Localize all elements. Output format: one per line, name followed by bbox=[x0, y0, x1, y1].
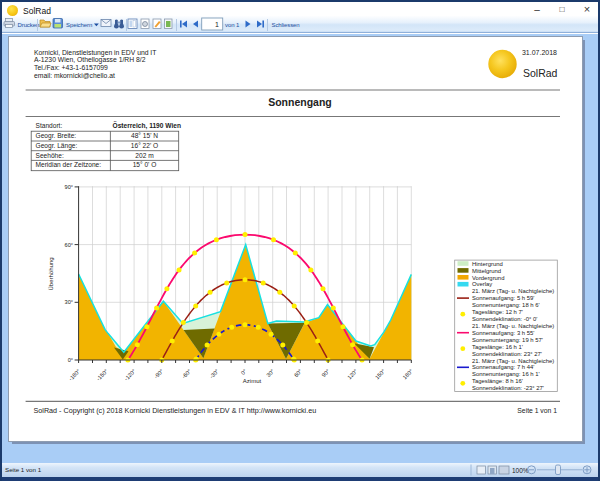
svg-text:90°: 90° bbox=[321, 368, 331, 378]
svg-text:150°: 150° bbox=[374, 368, 386, 380]
svg-text:90°: 90° bbox=[65, 184, 73, 190]
svg-text:email: mkornicki@chello.at: email: mkornicki@chello.at bbox=[34, 72, 115, 79]
svg-text:15° 0' O: 15° 0' O bbox=[133, 161, 157, 168]
svg-text:Overlay: Overlay bbox=[472, 281, 492, 287]
svg-text:Sonnenaufgang: 5 h 59': Sonnenaufgang: 5 h 59' bbox=[472, 295, 534, 301]
svg-text:SolRad - Copyright (c) 2018 Ko: SolRad - Copyright (c) 2018 Kornicki Die… bbox=[34, 406, 317, 415]
svg-text:Mittelgrund: Mittelgrund bbox=[472, 268, 501, 274]
svg-text:Standort:: Standort: bbox=[36, 122, 63, 129]
svg-text:31.07.2018: 31.07.2018 bbox=[522, 49, 557, 56]
svg-text:Seehöhe:: Seehöhe: bbox=[36, 152, 64, 159]
svg-text:21. März (Tag- u. Nachtgleiche: 21. März (Tag- u. Nachtgleiche) bbox=[472, 323, 554, 329]
svg-text:100%: 100% bbox=[512, 467, 529, 474]
svg-text:Kornicki, Dienstleistungen in: Kornicki, Dienstleistungen in EDV und IT bbox=[34, 49, 156, 57]
svg-text:-120°: -120° bbox=[123, 368, 137, 382]
svg-text:Seite 1 von 1: Seite 1 von 1 bbox=[5, 466, 42, 473]
svg-text:Tageslänge: 12 h 7': Tageslänge: 12 h 7' bbox=[472, 309, 523, 315]
svg-text:Überhöhung: Überhöhung bbox=[48, 257, 54, 290]
svg-text:21. März (Tag- u. Nachtgleiche: 21. März (Tag- u. Nachtgleiche) bbox=[472, 288, 554, 294]
svg-text:Sonnenuntergang: 19 h 57': Sonnenuntergang: 19 h 57' bbox=[472, 337, 543, 343]
svg-text:-30°: -30° bbox=[208, 368, 220, 380]
svg-text:0°: 0° bbox=[240, 368, 248, 376]
svg-text:30°: 30° bbox=[65, 299, 73, 305]
svg-text:60°: 60° bbox=[65, 242, 73, 248]
svg-text:Hintergrund: Hintergrund bbox=[472, 261, 503, 267]
svg-text:SolRad: SolRad bbox=[523, 67, 558, 79]
svg-text:Sonnenuntergang: 18 h 6': Sonnenuntergang: 18 h 6' bbox=[472, 302, 540, 308]
svg-text:Sonnendeklination: -23° 27': Sonnendeklination: -23° 27' bbox=[472, 385, 544, 391]
svg-text:60°: 60° bbox=[293, 368, 303, 378]
svg-text:180°: 180° bbox=[402, 368, 414, 380]
svg-text:Tageslänge: 16 h 1': Tageslänge: 16 h 1' bbox=[472, 344, 523, 350]
svg-text:Tageslänge: 8 h 16': Tageslänge: 8 h 16' bbox=[472, 378, 523, 384]
svg-text:30°: 30° bbox=[265, 368, 275, 378]
svg-text:Azimut: Azimut bbox=[243, 378, 262, 384]
svg-text:120°: 120° bbox=[346, 368, 358, 380]
svg-text:Sonnenaufgang: 7 h 44': Sonnenaufgang: 7 h 44' bbox=[472, 364, 534, 370]
svg-text:-180°: -180° bbox=[68, 368, 82, 382]
svg-text:A-1230 Wien, Othellogasse 1/RH: A-1230 Wien, Othellogasse 1/RH 8/2 bbox=[34, 56, 146, 64]
svg-text:48° 15' N: 48° 15' N bbox=[131, 132, 158, 139]
svg-text:16° 22' O: 16° 22' O bbox=[131, 142, 158, 149]
svg-text:Geogr. Länge:: Geogr. Länge: bbox=[36, 142, 78, 150]
svg-text:-90°: -90° bbox=[153, 368, 165, 380]
svg-text:Sonnenuntergang: 16 h 1': Sonnenuntergang: 16 h 1' bbox=[472, 371, 540, 377]
svg-text:Seite 1 von 1: Seite 1 von 1 bbox=[517, 407, 557, 414]
svg-text:-150°: -150° bbox=[95, 368, 109, 382]
svg-text:Geogr. Breite:: Geogr. Breite: bbox=[36, 132, 77, 140]
svg-text:21. März (Tag- u. Nachtgleiche: 21. März (Tag- u. Nachtgleiche) bbox=[472, 358, 554, 364]
svg-text:Sonnenaufgang: 3 h 55': Sonnenaufgang: 3 h 55' bbox=[472, 330, 534, 336]
svg-text:Vordergrund: Vordergrund bbox=[472, 275, 504, 281]
svg-text:Sonnendeklination: -0° 0': Sonnendeklination: -0° 0' bbox=[472, 316, 537, 322]
svg-text:Meridian der Zeitzone:: Meridian der Zeitzone: bbox=[36, 161, 102, 168]
svg-text:0°: 0° bbox=[68, 357, 73, 363]
svg-text:202 m: 202 m bbox=[135, 152, 154, 159]
svg-text:Sonnengang: Sonnengang bbox=[268, 96, 332, 108]
svg-text:Sonnendeklination: 23° 27': Sonnendeklination: 23° 27' bbox=[472, 351, 542, 357]
svg-text:Tel./Fax: +43-1-6157099: Tel./Fax: +43-1-6157099 bbox=[34, 64, 108, 71]
svg-text:Österreich, 1190 Wien: Österreich, 1190 Wien bbox=[113, 121, 181, 130]
svg-text:-60°: -60° bbox=[181, 368, 193, 380]
